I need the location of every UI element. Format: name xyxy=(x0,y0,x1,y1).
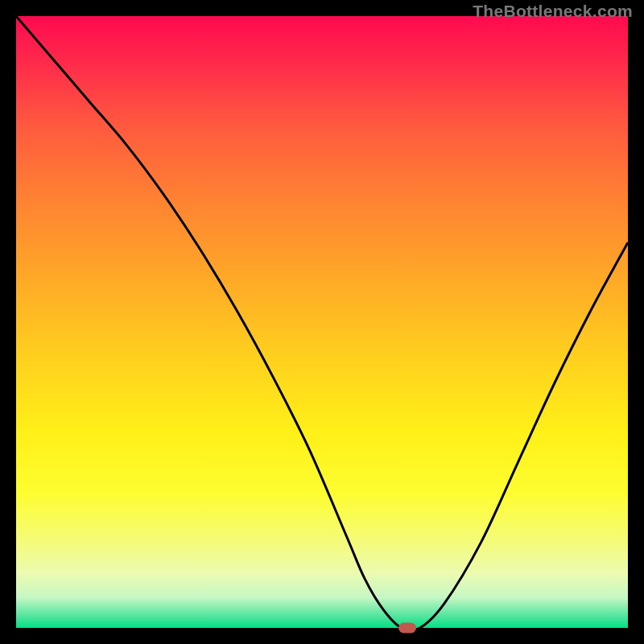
chart-container: TheBottleneck.com xyxy=(0,0,644,644)
plot-area xyxy=(16,16,628,628)
watermark-label: TheBottleneck.com xyxy=(473,2,633,21)
optimal-point-marker xyxy=(398,623,416,634)
curve-path xyxy=(16,16,628,628)
bottleneck-curve xyxy=(16,16,628,628)
